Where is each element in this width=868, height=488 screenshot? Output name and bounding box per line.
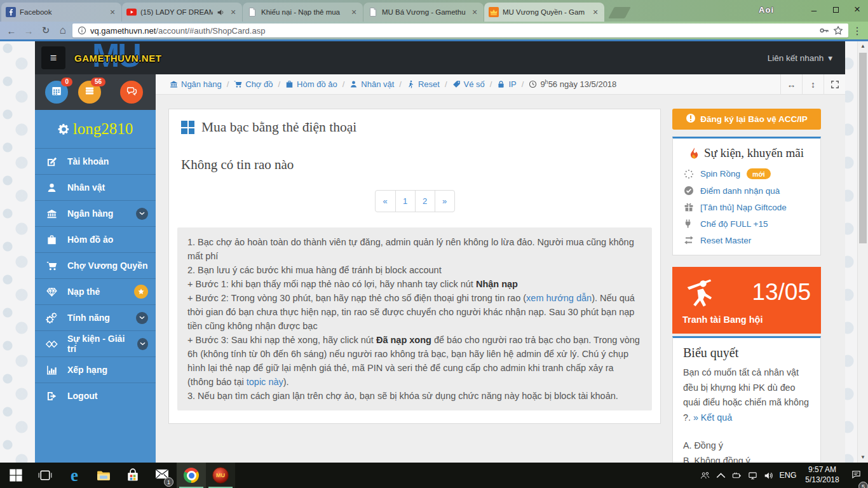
tray-chevron-up-icon[interactable] [713,463,729,488]
tab-close-icon[interactable]: × [229,8,238,17]
tab-close-icon[interactable]: × [591,8,600,17]
mu-game-button[interactable]: MU [206,463,235,488]
scrollbar-thumb[interactable] [859,53,867,243]
event-link[interactable]: Spin Rồngmới [681,165,812,182]
sidebar-username[interactable]: long2810 [35,110,156,148]
chevron-down-icon[interactable] [136,208,148,220]
minimize-button[interactable]: – [803,1,825,18]
event-link[interactable]: Reset Master [681,232,812,248]
scroll-up-arrow[interactable]: ▲ [858,41,868,51]
forward-icon[interactable]: → [21,25,36,36]
breadcrumb-link[interactable]: Chợ đồ [234,79,273,89]
calendar-button[interactable]: 0 [45,81,68,104]
clock-date: 5/13/2018 [805,475,839,484]
sidebar-item-event[interactable]: Sự kiện - Giải trí [35,330,156,356]
tab-close-icon[interactable]: × [349,8,358,17]
protect-account-button[interactable]: Đăng ký lại Bảo vệ ACC/IP [672,109,821,130]
people-icon[interactable] [697,463,713,488]
scroll-down-arrow[interactable]: ▼ [858,452,868,463]
tab-title: (15) LADY OF DREAM [140,8,213,16]
tab-audio-icon[interactable] [217,8,225,17]
resize-horizontal-icon[interactable]: ↔ [780,74,802,94]
quick-links-dropdown[interactable]: Liên kết nhanh ▾ [768,53,832,63]
tab-close-icon[interactable]: × [470,8,479,17]
sidebar-item-briefcase[interactable]: Hòm đồ ảo [35,226,156,252]
browser-profile-name[interactable]: Aoi [759,5,774,15]
event-name: Tranh tài Bang hội [682,315,811,325]
hamburger-menu-button[interactable]: ≡ [41,46,65,69]
breadcrumb-separator: / [342,79,345,89]
sidebar-item-label: Nạp thẻ [67,287,100,297]
breadcrumb-link[interactable]: Hòm đồ ảo [285,79,337,89]
event-banner[interactable]: 13/05 Tranh tài Bang hội [672,267,821,334]
sidebar-item-bank[interactable]: Ngân hàng [35,200,156,226]
new-badge: mới [747,168,771,179]
chevron-down-icon[interactable] [137,338,148,350]
event-link[interactable]: [Tân thủ] Nạp Giftcode [681,199,812,215]
sidebar-item-logout[interactable]: Logout [35,383,156,409]
site-info-icon[interactable] [78,26,86,35]
plug-icon [684,219,694,229]
edge-button[interactable]: e [60,463,89,488]
new-tab-button[interactable] [608,7,631,18]
page-favicon-icon [368,7,378,17]
bookmark-star-icon[interactable] [833,25,843,36]
sidebar-item-edit[interactable]: Tài khoản [35,148,156,174]
inline-link[interactable]: xem hướng dẫn [526,293,592,303]
chat-button[interactable] [120,81,143,104]
browser-tab[interactable]: Facebook× [1,3,121,22]
start-button[interactable] [1,463,31,488]
pagination-next[interactable]: » [435,191,454,212]
mail-button[interactable]: 1 [147,463,177,488]
key-icon[interactable] [819,25,829,36]
resize-vertical-icon[interactable]: ↕ [802,74,824,94]
restore-button[interactable] [825,1,846,18]
browser-tab[interactable]: MU Bá Vương - Gamethu× [363,3,484,22]
inline-link[interactable]: topic này [247,377,283,387]
pagination-page-2[interactable]: 2 [415,191,435,212]
action-center-button[interactable]: 5 [845,463,867,488]
breadcrumb-link[interactable]: Reset [407,79,440,89]
sidebar-item-chart[interactable]: Xếp hạng [35,356,156,383]
reload-icon[interactable]: ↻ [38,25,53,36]
breadcrumb-link[interactable]: Vé số [452,79,485,89]
sidebar-item-user[interactable]: Nhân vật [35,174,156,200]
sidebar-item-gears[interactable]: Tính năng [35,304,156,330]
language-indicator[interactable]: ENG [776,471,799,480]
sidebar-item-diamond[interactable]: Nạp thẻ [35,278,156,304]
event-link[interactable]: Chế độ FULL +15 [681,215,812,232]
address-bar[interactable]: vq.gamethuvn.net/account/#auth/ShopCard.… [72,24,848,37]
chevron-down-icon[interactable] [136,312,148,324]
messages-button[interactable]: 56 [78,81,101,104]
file-explorer-button[interactable] [89,463,118,488]
page-scrollbar[interactable]: ▲ ▼ [857,41,868,463]
volume-icon[interactable] [761,463,776,488]
breadcrumb-link[interactable]: Nhân vật [349,79,394,89]
close-button[interactable]: × [846,1,868,18]
event-label: Chế độ FULL +15 [700,219,768,229]
clock[interactable]: 9:57 AM 5/13/2018 [799,465,845,485]
battery-icon[interactable] [729,463,745,488]
tab-close-icon[interactable]: × [108,8,117,17]
browser-tab[interactable]: (15) LADY OF DREAM× [122,3,242,22]
event-link[interactable]: Điểm danh nhận quà [681,182,812,199]
back-icon[interactable]: ← [4,25,19,36]
store-button[interactable] [118,463,147,488]
breadcrumb-link[interactable]: IP [497,79,516,89]
chrome-button[interactable] [177,463,206,488]
site-logo[interactable]: MU GAMETHUVN.NET [73,41,181,74]
breadcrumb-link[interactable]: Ngân hàng [170,79,222,89]
notification-icon [851,470,861,482]
home-icon[interactable]: ⌂ [55,24,71,37]
browser-tab[interactable]: Khiếu nại - Nạp thẻ mua× [243,3,363,22]
task-view-button[interactable] [31,463,60,488]
layout-controls: ↔ ↕ [780,74,845,94]
sidebar-item-cart[interactable]: Chợ Vương Quyền [35,252,156,278]
browser-menu-icon[interactable]: ⋮ [850,25,864,37]
pagination-prev[interactable]: « [376,191,395,212]
network-icon[interactable] [745,463,761,488]
poll-result-link[interactable]: » Kết quả [693,412,732,423]
pagination-page-1[interactable]: 1 [395,191,415,212]
browser-tab[interactable]: MU Vương Quyền - Gam× [484,3,604,22]
fullscreen-icon[interactable] [824,74,845,94]
